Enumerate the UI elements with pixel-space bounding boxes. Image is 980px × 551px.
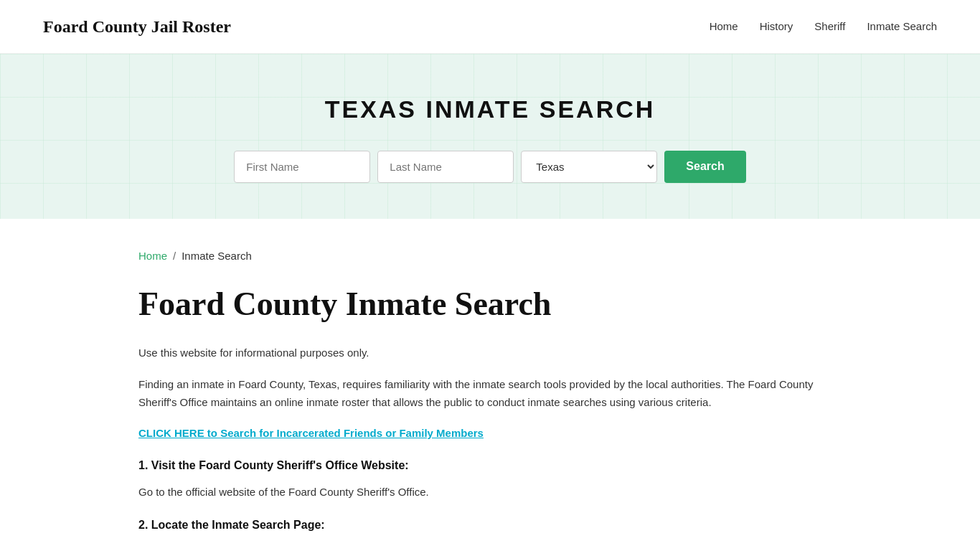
- hero-title: TEXAS INMATE SEARCH: [14, 90, 966, 128]
- last-name-input[interactable]: [377, 151, 514, 183]
- section-2: 2. Locate the Inmate Search Page:: [138, 516, 842, 534]
- hero-section: TEXAS INMATE SEARCH Texas Alabama Alaska…: [0, 54, 980, 218]
- section-2-heading: 2. Locate the Inmate Search Page:: [138, 516, 842, 534]
- state-select[interactable]: Texas Alabama Alaska Arizona Arkansas Ca…: [521, 151, 657, 183]
- nav-item-history[interactable]: History: [760, 18, 793, 35]
- search-form: Texas Alabama Alaska Arizona Arkansas Ca…: [14, 151, 966, 183]
- page-title: Foard County Inmate Search: [138, 286, 842, 323]
- section-1: 1. Visit the Foard County Sheriff's Offi…: [138, 456, 842, 501]
- nav-item-inmate-search[interactable]: Inmate Search: [867, 18, 937, 35]
- search-button[interactable]: Search: [664, 151, 745, 183]
- main-nav: Home History Sheriff Inmate Search: [710, 18, 937, 35]
- nav-list: Home History Sheriff Inmate Search: [710, 18, 937, 35]
- nav-item-sheriff[interactable]: Sheriff: [814, 18, 845, 35]
- breadcrumb-separator: /: [173, 248, 176, 265]
- nav-item-home[interactable]: Home: [710, 18, 738, 35]
- section-1-heading: 1. Visit the Foard County Sheriff's Offi…: [138, 456, 842, 475]
- incarcerated-search-link[interactable]: CLICK HERE to Search for Incarcerated Fr…: [138, 425, 842, 442]
- header: Foard County Jail Roster Home History Sh…: [0, 0, 980, 54]
- intro-para-2: Finding an inmate in Foard County, Texas…: [138, 375, 842, 412]
- breadcrumb-home[interactable]: Home: [138, 248, 167, 265]
- breadcrumb-current: Inmate Search: [182, 248, 252, 265]
- section-1-body: Go to the official website of the Foard …: [138, 483, 842, 501]
- main-content: Home / Inmate Search Foard County Inmate…: [95, 219, 885, 551]
- first-name-input[interactable]: [234, 151, 370, 183]
- site-title: Foard County Jail Roster: [43, 13, 231, 40]
- breadcrumb: Home / Inmate Search: [138, 248, 842, 265]
- intro-para-1: Use this website for informational purpo…: [138, 344, 842, 362]
